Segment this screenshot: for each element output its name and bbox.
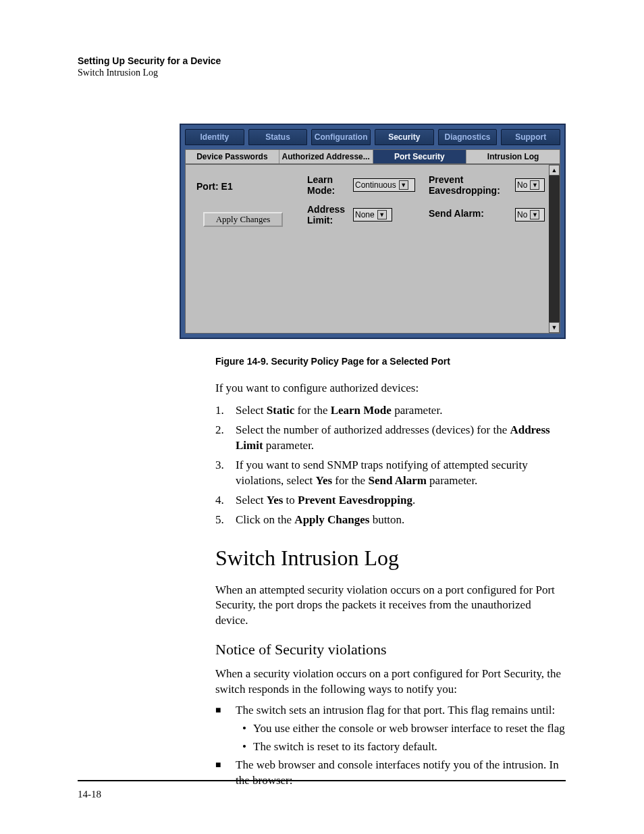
chevron-down-icon[interactable]: ▼ bbox=[530, 210, 539, 219]
ordered-steps-list: 1.Select Static for the Learn Mode param… bbox=[215, 403, 566, 528]
prevent-eavesdropping-select[interactable]: No ▼ bbox=[515, 178, 545, 192]
bullet-marker-icon: • bbox=[236, 739, 253, 755]
step-number: 1. bbox=[215, 403, 236, 419]
nested-bullet-item: •You use either the console or web brows… bbox=[236, 721, 566, 737]
learn-mode-select[interactable]: Continuous ▼ bbox=[353, 178, 415, 192]
step-item: 5.Click on the Apply Changes button. bbox=[215, 513, 566, 528]
step-text: If you want to send SNMP traps notifying… bbox=[236, 458, 566, 489]
sub-tab-bar: Device PasswordsAuthorized Addresse...Po… bbox=[185, 149, 560, 164]
main-tab-bar: IdentityStatusConfigurationSecurityDiagn… bbox=[185, 129, 560, 145]
footer-rule bbox=[78, 780, 566, 781]
page-header-subtitle: Switch Intrusion Log bbox=[78, 68, 158, 78]
step-item: 1.Select Static for the Learn Mode param… bbox=[215, 403, 566, 419]
paragraph: When a security violation occurs on a po… bbox=[215, 667, 566, 698]
step-item: 3.If you want to send SNMP traps notifyi… bbox=[215, 458, 566, 489]
step-text: Click on the Apply Changes button. bbox=[236, 513, 566, 528]
step-number: 5. bbox=[215, 513, 236, 528]
section-heading-switch-intrusion-log: Switch Intrusion Log bbox=[215, 546, 566, 571]
step-text: Select Static for the Learn Mode paramet… bbox=[236, 403, 566, 419]
step-text: Select the number of authorized addresse… bbox=[236, 423, 566, 454]
subtab-intrusion-log[interactable]: Intrusion Log bbox=[466, 150, 560, 163]
tab-identity[interactable]: Identity bbox=[185, 129, 244, 145]
body-content: If you want to configure authorized devi… bbox=[215, 381, 566, 789]
chevron-down-icon[interactable]: ▼ bbox=[377, 210, 387, 219]
bullet-marker-icon: ■ bbox=[215, 703, 236, 719]
bullet-marker-icon: • bbox=[236, 721, 253, 737]
page-number: 14-18 bbox=[78, 789, 101, 800]
bullet-item: ■The web browser and console interfaces … bbox=[215, 758, 566, 789]
scroll-track[interactable] bbox=[549, 176, 560, 322]
scroll-up-icon[interactable]: ▲ bbox=[549, 165, 560, 176]
subtab-device-passwords[interactable]: Device Passwords bbox=[186, 150, 279, 163]
step-item: 2.Select the number of authorized addres… bbox=[215, 423, 566, 454]
scroll-down-icon[interactable]: ▼ bbox=[549, 322, 560, 333]
chevron-down-icon[interactable]: ▼ bbox=[530, 180, 539, 190]
learn-mode-label: Learn Mode: bbox=[307, 174, 348, 196]
bullet-text: The switch sets an intrusion flag for th… bbox=[236, 703, 566, 719]
nested-bullet-text: The switch is reset to its factory defau… bbox=[253, 739, 566, 755]
nested-bullet-text: You use either the console or web browse… bbox=[253, 721, 566, 737]
send-alarm-value: No bbox=[517, 210, 527, 219]
bullet-list: ■The switch sets an intrusion flag for t… bbox=[215, 703, 566, 789]
send-alarm-label: Send Alarm: bbox=[429, 208, 484, 219]
step-number: 2. bbox=[215, 423, 236, 454]
port-label: Port: E1 bbox=[196, 181, 233, 192]
paragraph: When an attempted security violation occ… bbox=[215, 583, 566, 629]
subsection-heading-notice: Notice of Security violations bbox=[215, 641, 566, 658]
step-item: 4.Select Yes to Prevent Eavesdropping. bbox=[215, 493, 566, 509]
app-window: IdentityStatusConfigurationSecurityDiagn… bbox=[180, 124, 566, 339]
nested-bullet-list: •You use either the console or web brows… bbox=[236, 721, 566, 755]
intro-paragraph: If you want to configure authorized devi… bbox=[215, 381, 566, 396]
address-limit-select[interactable]: None ▼ bbox=[353, 208, 392, 221]
send-alarm-select[interactable]: No ▼ bbox=[515, 208, 545, 221]
page-header-title: Setting Up Security for a Device bbox=[78, 55, 221, 66]
tab-security[interactable]: Security bbox=[375, 129, 434, 145]
subtab-authorized-addresse[interactable]: Authorized Addresse... bbox=[279, 150, 373, 163]
bullet-item: ■The switch sets an intrusion flag for t… bbox=[215, 703, 566, 719]
address-limit-label: Address Limit: bbox=[307, 204, 354, 226]
step-number: 3. bbox=[215, 458, 236, 489]
step-number: 4. bbox=[215, 493, 236, 509]
prevent-eavesdropping-value: No bbox=[517, 180, 527, 190]
learn-mode-value: Continuous bbox=[355, 180, 396, 190]
bullet-text: The web browser and console interfaces n… bbox=[236, 758, 566, 789]
tab-status[interactable]: Status bbox=[248, 129, 308, 145]
apply-changes-button[interactable]: Apply Changes bbox=[203, 212, 283, 227]
port-security-panel: Port: E1 Learn Mode: Continuous ▼ Preven… bbox=[185, 164, 560, 334]
nested-bullet-item: •The switch is reset to its factory defa… bbox=[236, 739, 566, 755]
tab-support[interactable]: Support bbox=[501, 129, 560, 145]
address-limit-value: None bbox=[355, 210, 375, 219]
tab-configuration[interactable]: Configuration bbox=[311, 129, 371, 145]
prevent-eavesdropping-label: Prevent Eavesdropping: bbox=[429, 174, 516, 196]
subtab-port-security[interactable]: Port Security bbox=[373, 150, 467, 163]
step-text: Select Yes to Prevent Eavesdropping. bbox=[236, 493, 566, 509]
tab-diagnostics[interactable]: Diagnostics bbox=[438, 129, 498, 145]
figure-caption: Figure 14-9. Security Policy Page for a … bbox=[215, 356, 553, 367]
vertical-scrollbar[interactable]: ▲ ▼ bbox=[549, 165, 560, 333]
chevron-down-icon[interactable]: ▼ bbox=[399, 180, 408, 190]
bullet-marker-icon: ■ bbox=[215, 758, 236, 789]
